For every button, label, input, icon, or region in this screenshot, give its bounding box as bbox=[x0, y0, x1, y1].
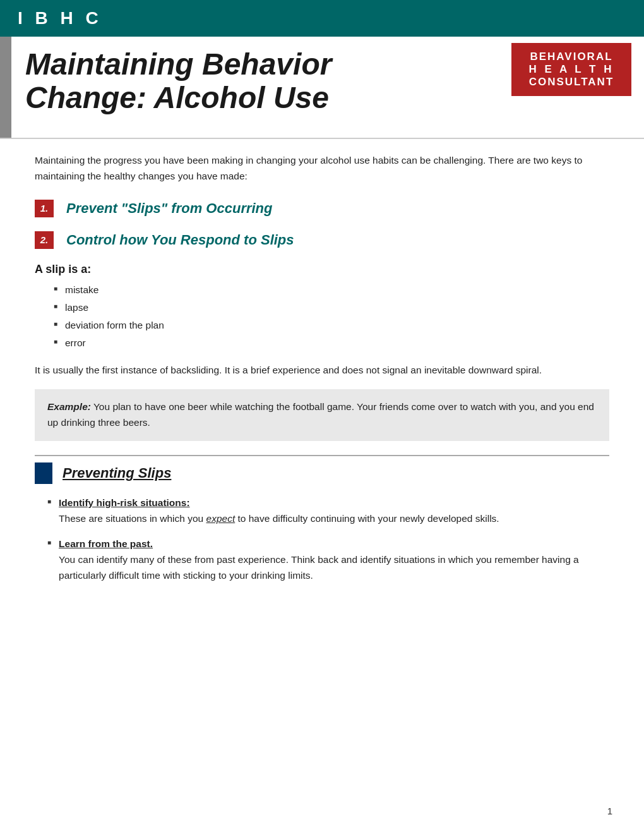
key-number-1: 1. bbox=[35, 200, 54, 217]
example-text: You plan to have one beer while watching… bbox=[47, 401, 594, 428]
slip-bullet-3: error bbox=[54, 335, 609, 350]
title-section: Maintaining Behavior Change: Alcohol Use… bbox=[0, 37, 644, 139]
sub-bullet-text-1a: These are situations in which you bbox=[59, 513, 206, 524]
intro-text: Maintaining the progress you have been m… bbox=[35, 153, 609, 184]
example-box: Example: You plan to have one beer while… bbox=[35, 389, 609, 441]
sub-bullet-2: ■ Learn from the past. You can identify … bbox=[35, 536, 609, 583]
slip-heading: A slip is a: bbox=[35, 263, 609, 276]
ibhc-logo: I B H C bbox=[18, 8, 102, 28]
section-block-header: Preventing Slips bbox=[35, 456, 609, 484]
slip-bullet-list: mistake lapse deviation form the plan er… bbox=[35, 282, 609, 351]
sub-bullet-content-1: Identify high-risk situations: These are… bbox=[59, 495, 499, 527]
page: I B H C Maintaining Behavior Change: Alc… bbox=[0, 0, 644, 834]
main-title: Maintaining Behavior Change: Alcohol Use bbox=[25, 48, 499, 115]
title-line2: Change: Alcohol Use bbox=[25, 81, 329, 114]
sub-bullet-1: ■ Identify high-risk situations: These a… bbox=[35, 495, 609, 527]
preventing-slips-section: Preventing Slips ■ Identify high-risk si… bbox=[35, 455, 609, 584]
sub-bullet-text-1b: to have difficulty continuing with your … bbox=[235, 513, 499, 524]
key-number-2: 2. bbox=[35, 231, 54, 249]
sub-bullet-heading-2: Learn from the past. bbox=[59, 538, 153, 549]
sub-bullet-text-2: You can identify many of these from past… bbox=[59, 554, 579, 581]
badge-line2: H E A L T H bbox=[523, 63, 620, 76]
header-bar: I B H C bbox=[0, 0, 644, 37]
badge-line1: BEHAVIORAL bbox=[523, 51, 620, 63]
bhc-badge: BEHAVIORAL H E A L T H CONSULTANT bbox=[511, 43, 631, 96]
sub-bullet-marker-2: ■ bbox=[47, 539, 51, 546]
key-text-2: Control how You Respond to Slips bbox=[66, 232, 294, 248]
sub-bullet-emphasis-1: expect bbox=[206, 513, 236, 524]
sub-bullet-marker-1: ■ bbox=[47, 498, 51, 505]
slip-bullet-1: lapse bbox=[54, 300, 609, 315]
badge-line3: CONSULTANT bbox=[523, 76, 620, 88]
sub-bullet-heading-1: Identify high-risk situations: bbox=[59, 497, 190, 508]
example-label: Example: bbox=[47, 401, 91, 412]
slip-description: It is usually the first instance of back… bbox=[35, 362, 609, 378]
key-item-2: 2. Control how You Respond to Slips bbox=[35, 231, 609, 249]
key-item-1: 1. Prevent "Slips" from Occurring bbox=[35, 200, 609, 217]
section-block-bar bbox=[35, 462, 52, 484]
section-block-title: Preventing Slips bbox=[63, 465, 171, 481]
page-number: 1 bbox=[607, 806, 612, 816]
title-line1: Maintaining Behavior bbox=[25, 47, 331, 81]
key-text-1: Prevent "Slips" from Occurring bbox=[66, 200, 273, 217]
slip-bullet-0: mistake bbox=[54, 282, 609, 297]
main-content: Maintaining the progress you have been m… bbox=[0, 139, 644, 607]
slip-bullet-2: deviation form the plan bbox=[54, 318, 609, 332]
sub-bullet-content-2: Learn from the past. You can identify ma… bbox=[59, 536, 609, 583]
left-accent-bar bbox=[0, 37, 11, 138]
title-content: Maintaining Behavior Change: Alcohol Use bbox=[11, 37, 511, 121]
